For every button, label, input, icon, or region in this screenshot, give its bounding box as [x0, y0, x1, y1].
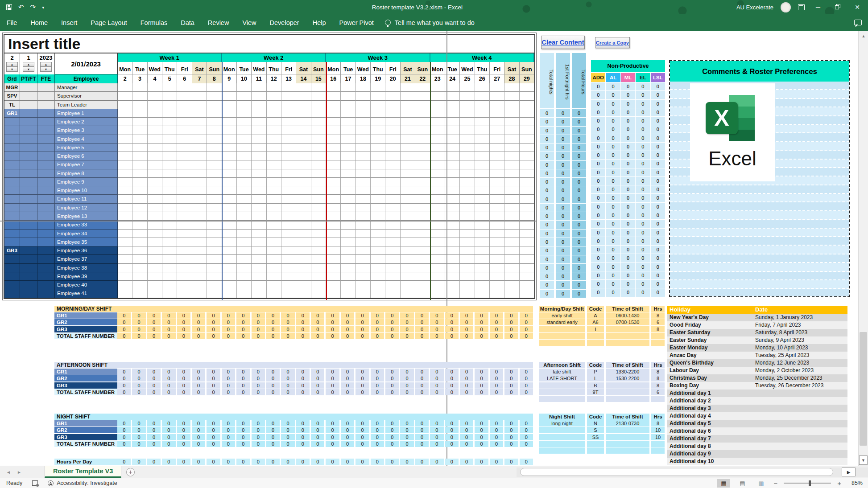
- shift-cell[interactable]: [148, 289, 162, 298]
- grade-cell[interactable]: [4, 118, 20, 126]
- np-value-cell[interactable]: 0: [591, 160, 605, 168]
- np-value-cell[interactable]: 0: [636, 288, 650, 297]
- np-value-cell[interactable]: 0: [621, 229, 635, 237]
- staff-count-cell[interactable]: 0: [252, 319, 265, 325]
- shift-cell[interactable]: [148, 264, 162, 272]
- ribbon-tab-formulas[interactable]: Formulas: [134, 14, 174, 31]
- grade-cell[interactable]: [4, 221, 20, 229]
- day-number-cell[interactable]: 7: [192, 74, 207, 83]
- legend-cell[interactable]: P: [587, 369, 604, 375]
- shift-cell[interactable]: [162, 281, 177, 289]
- holiday-name-cell[interactable]: Additional day 4: [667, 412, 752, 420]
- shift-cell[interactable]: [207, 186, 222, 195]
- shift-cell[interactable]: [162, 83, 177, 92]
- shift-cell[interactable]: [267, 135, 281, 144]
- shift-cell[interactable]: [296, 92, 311, 100]
- staff-count-cell[interactable]: 0: [400, 319, 413, 325]
- shift-cell[interactable]: [252, 109, 266, 118]
- shift-cell[interactable]: [311, 264, 326, 272]
- shift-cell[interactable]: [326, 264, 341, 272]
- shift-cell[interactable]: [311, 230, 326, 238]
- total-value-cell[interactable]: 0: [556, 186, 570, 195]
- staff-count-cell[interactable]: 0: [400, 326, 413, 332]
- shift-cell[interactable]: [296, 246, 311, 255]
- shift-cell[interactable]: [207, 264, 222, 272]
- shift-cell[interactable]: [192, 135, 207, 144]
- shift-cell[interactable]: [177, 186, 192, 195]
- staff-count-cell[interactable]: 0: [475, 319, 488, 325]
- staff-count-cell[interactable]: 0: [400, 427, 413, 433]
- shift-cell[interactable]: [237, 281, 252, 289]
- shift-cell[interactable]: [162, 272, 177, 281]
- staff-count-cell[interactable]: 0: [132, 369, 145, 375]
- np-value-cell[interactable]: 0: [651, 160, 665, 168]
- shift-cell[interactable]: [520, 264, 534, 272]
- staff-count-cell[interactable]: 0: [281, 333, 294, 339]
- shift-cell[interactable]: [267, 144, 281, 152]
- shift-cell[interactable]: [415, 212, 430, 221]
- day-name-cell[interactable]: Mon: [222, 62, 237, 74]
- shift-cell[interactable]: [356, 126, 371, 135]
- shift-cell[interactable]: [430, 178, 445, 186]
- np-value-cell[interactable]: 0: [636, 254, 650, 262]
- staff-count-cell[interactable]: 0: [341, 434, 354, 440]
- day-number-cell[interactable]: 11: [252, 74, 266, 83]
- total-value-cell[interactable]: 0: [540, 230, 554, 238]
- np-value-cell[interactable]: 0: [636, 203, 650, 211]
- shift-cell[interactable]: [162, 92, 177, 100]
- staff-count-cell[interactable]: 0: [192, 427, 205, 433]
- shift-cell[interactable]: [177, 272, 192, 281]
- legend-cell[interactable]: [587, 447, 604, 454]
- staff-count-cell[interactable]: 0: [385, 420, 399, 426]
- staff-count-cell[interactable]: 0: [222, 382, 235, 389]
- np-value-cell[interactable]: 0: [591, 82, 605, 91]
- shift-cell[interactable]: [237, 144, 252, 152]
- staff-count-cell[interactable]: 0: [236, 369, 250, 375]
- shift-cell[interactable]: [267, 246, 281, 255]
- grade-cell[interactable]: [4, 281, 20, 289]
- np-col-el[interactable]: EL: [636, 73, 650, 82]
- day-name-cell[interactable]: Mon: [118, 62, 132, 74]
- staff-count-cell[interactable]: 0: [504, 434, 518, 440]
- np-value-cell[interactable]: 0: [606, 246, 620, 254]
- fte-cell[interactable]: [37, 101, 55, 109]
- shift-cell[interactable]: [296, 255, 311, 263]
- shift-cell[interactable]: [177, 230, 192, 238]
- shift-cell[interactable]: [371, 230, 385, 238]
- shift-cell[interactable]: [430, 126, 445, 135]
- staff-count-cell[interactable]: 0: [236, 312, 250, 319]
- legend-cell[interactable]: [651, 447, 665, 454]
- np-value-cell[interactable]: 0: [636, 271, 650, 280]
- staff-count-cell[interactable]: 0: [326, 312, 339, 319]
- shift-cell[interactable]: [207, 195, 222, 203]
- shift-cell[interactable]: [252, 281, 266, 289]
- staff-count-cell[interactable]: 0: [266, 434, 280, 440]
- shift-cell[interactable]: [162, 289, 177, 298]
- staff-count-cell[interactable]: 0: [162, 427, 175, 433]
- shift-cell[interactable]: [385, 126, 400, 135]
- shift-cell[interactable]: [460, 195, 475, 203]
- roster-title-cell[interactable]: Insert title: [4, 35, 534, 53]
- shift-cell[interactable]: [385, 109, 400, 118]
- fte-cell[interactable]: [37, 204, 55, 212]
- legend-cell[interactable]: 8: [651, 326, 665, 332]
- shift-cell[interactable]: [192, 109, 207, 118]
- shift-cell[interactable]: [281, 126, 296, 135]
- shift-cell[interactable]: [385, 144, 400, 152]
- comments-icon[interactable]: [854, 20, 862, 25]
- shift-cell[interactable]: [118, 152, 132, 160]
- np-value-cell[interactable]: 0: [591, 220, 605, 228]
- staff-count-cell[interactable]: 0: [207, 389, 220, 395]
- staff-count-cell[interactable]: 0: [341, 382, 354, 389]
- staff-count-cell[interactable]: 0: [430, 369, 443, 375]
- shift-cell[interactable]: [177, 152, 192, 160]
- shift-cell[interactable]: [460, 169, 475, 178]
- np-value-cell[interactable]: 0: [621, 160, 635, 168]
- np-value-cell[interactable]: 0: [651, 220, 665, 228]
- fte-cell[interactable]: [37, 195, 55, 203]
- total-value-cell[interactable]: 0: [572, 195, 586, 204]
- staff-count-cell[interactable]: 0: [266, 441, 280, 447]
- employee-name-cell[interactable]: Employee 38: [55, 264, 118, 272]
- shift-cell[interactable]: [296, 101, 311, 109]
- day-name-cell[interactable]: Sun: [207, 62, 222, 74]
